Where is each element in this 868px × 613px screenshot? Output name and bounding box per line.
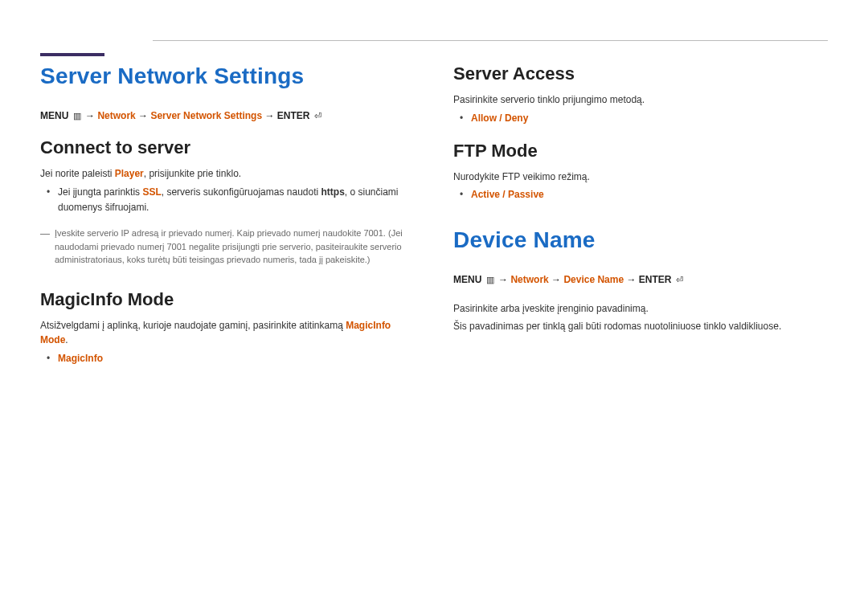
menu-icon: ▥ xyxy=(73,111,81,121)
connect-desc: Jei norite paleisti Player, prisijunkite… xyxy=(40,166,415,182)
list-item: Active / Passive xyxy=(471,187,828,202)
bc-server-network-settings: Server Network Settings xyxy=(150,110,262,121)
bc-arrow: → xyxy=(626,274,636,285)
ssl-term: SSL xyxy=(142,186,161,198)
bc-network: Network xyxy=(97,110,135,121)
bc-menu: MENU xyxy=(40,110,68,121)
heading-server-access: Server Access xyxy=(453,63,828,84)
left-column: Server Network Settings MENU ▥ → Network… xyxy=(40,63,415,373)
bc-arrow: → xyxy=(264,110,274,121)
active-passive-option: Active / Passive xyxy=(471,189,544,200)
bc-menu: MENU xyxy=(453,274,481,285)
text: , serveris sukonfigūruojamas naudoti xyxy=(162,186,321,198)
ftp-mode-desc: Nurodykite FTP veikimo režimą. xyxy=(453,170,828,185)
note-dash-icon: ― xyxy=(40,227,50,275)
list-item: Allow / Deny xyxy=(471,111,828,126)
magicinfo-option: MagicInfo xyxy=(58,353,103,364)
connect-note: Įveskite serverio IP adresą ir prievado … xyxy=(55,227,415,267)
text: Atsižvelgdami į aplinką, kurioje naudoja… xyxy=(40,320,346,331)
heading-server-network-settings: Server Network Settings xyxy=(40,63,415,89)
device-name-desc1: Pasirinkite arba įveskite įrenginio pava… xyxy=(453,301,828,317)
ftp-mode-bullets: Active / Passive xyxy=(453,187,828,202)
bc-arrow: → xyxy=(138,110,148,121)
bc-device-name: Device Name xyxy=(563,274,624,285)
bc-enter: ENTER xyxy=(639,274,672,285)
text: . xyxy=(65,334,68,345)
text: Jei norite paleisti xyxy=(40,168,115,179)
magicinfo-bullets: MagicInfo xyxy=(40,351,415,366)
https-term: https xyxy=(321,186,345,198)
heading-connect-to-server: Connect to server xyxy=(40,137,415,158)
enter-icon: ⏎ xyxy=(314,111,321,121)
heading-ftp-mode: FTP Mode xyxy=(453,141,828,161)
device-name-desc2: Šis pavadinimas per tinklą gali būti rod… xyxy=(453,319,828,334)
breadcrumb-server-network: MENU ▥ → Network → Server Network Settin… xyxy=(40,110,415,121)
bc-network: Network xyxy=(510,274,548,285)
bc-arrow: → xyxy=(85,110,95,121)
bc-arrow: → xyxy=(551,274,561,285)
bc-arrow: → xyxy=(498,274,508,285)
allow-deny-option: Allow / Deny xyxy=(471,112,528,124)
menu-icon: ▥ xyxy=(486,275,494,285)
bc-enter: ENTER xyxy=(277,110,310,121)
magicinfo-desc: Atsižvelgdami į aplinką, kurioje naudoja… xyxy=(40,318,415,348)
list-item: MagicInfo xyxy=(58,351,415,366)
list-item: Jei įjungta parinktis SSL, serveris suko… xyxy=(58,185,415,215)
right-column: Server Access Pasirinkite serverio tinkl… xyxy=(453,63,828,373)
heading-magicinfo-mode: MagicInfo Mode xyxy=(40,289,415,310)
breadcrumb-device-name: MENU ▥ → Network → Device Name → ENTER ⏎ xyxy=(453,274,828,285)
text: Jei įjungta parinktis xyxy=(58,186,142,198)
enter-icon: ⏎ xyxy=(676,275,683,285)
player-term: Player xyxy=(115,168,144,179)
heading-device-name: Device Name xyxy=(453,227,828,253)
header-divider xyxy=(153,40,828,41)
text: , prisijunkite prie tinklo. xyxy=(144,168,241,179)
server-access-desc: Pasirinkite serverio tinklo prijungimo m… xyxy=(453,92,828,108)
server-access-bullets: Allow / Deny xyxy=(453,111,828,126)
connect-bullets: Jei įjungta parinktis SSL, serveris suko… xyxy=(40,185,415,215)
page-tab-indicator xyxy=(40,53,104,56)
